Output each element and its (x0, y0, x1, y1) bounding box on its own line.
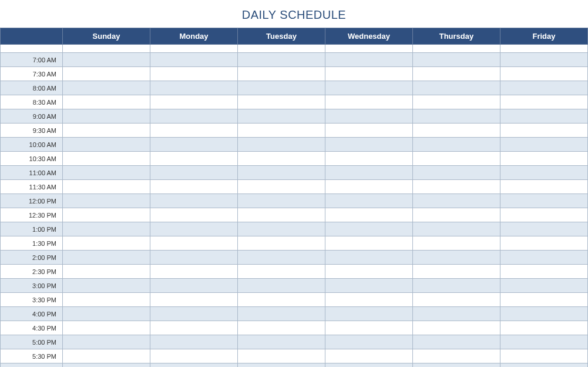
schedule-cell[interactable] (63, 138, 150, 152)
schedule-cell[interactable] (325, 349, 413, 363)
schedule-cell[interactable] (238, 349, 325, 363)
schedule-cell[interactable] (500, 349, 588, 363)
schedule-cell[interactable] (500, 95, 588, 109)
schedule-cell[interactable] (413, 95, 500, 109)
schedule-cell[interactable] (413, 265, 500, 279)
schedule-cell[interactable] (238, 307, 325, 321)
schedule-cell[interactable] (238, 166, 325, 180)
schedule-cell[interactable] (500, 363, 588, 368)
schedule-cell[interactable] (325, 251, 413, 265)
schedule-cell[interactable] (63, 335, 150, 349)
schedule-cell[interactable] (238, 81, 325, 95)
schedule-cell[interactable] (325, 81, 413, 95)
schedule-cell[interactable] (63, 67, 150, 81)
schedule-cell[interactable] (238, 109, 325, 124)
schedule-cell[interactable] (150, 95, 238, 109)
schedule-cell[interactable] (63, 251, 150, 265)
schedule-cell[interactable] (413, 321, 500, 335)
schedule-cell[interactable] (63, 321, 150, 335)
schedule-cell[interactable] (238, 363, 325, 368)
schedule-cell[interactable] (325, 109, 413, 124)
schedule-cell[interactable] (413, 152, 500, 166)
schedule-cell[interactable] (325, 236, 413, 251)
schedule-cell[interactable] (325, 335, 413, 349)
schedule-cell[interactable] (413, 67, 500, 81)
schedule-cell[interactable] (238, 265, 325, 279)
schedule-cell[interactable] (325, 138, 413, 152)
schedule-cell[interactable] (325, 95, 413, 109)
schedule-cell[interactable] (63, 166, 150, 180)
schedule-cell[interactable] (325, 152, 413, 166)
schedule-cell[interactable] (500, 321, 588, 335)
schedule-cell[interactable] (500, 194, 588, 208)
schedule-cell[interactable] (63, 53, 150, 67)
schedule-cell[interactable] (238, 180, 325, 194)
schedule-cell[interactable] (413, 363, 500, 368)
schedule-cell[interactable] (63, 279, 150, 293)
schedule-cell[interactable] (325, 124, 413, 138)
schedule-cell[interactable] (413, 180, 500, 194)
schedule-cell[interactable] (150, 124, 238, 138)
schedule-cell[interactable] (413, 208, 500, 222)
schedule-cell[interactable] (238, 236, 325, 251)
schedule-cell[interactable] (63, 265, 150, 279)
schedule-cell[interactable] (63, 222, 150, 236)
schedule-cell[interactable] (325, 180, 413, 194)
schedule-cell[interactable] (150, 53, 238, 67)
schedule-cell[interactable] (150, 180, 238, 194)
schedule-cell[interactable] (150, 138, 238, 152)
schedule-cell[interactable] (325, 321, 413, 335)
schedule-cell[interactable] (500, 124, 588, 138)
schedule-cell[interactable] (63, 363, 150, 368)
schedule-cell[interactable] (238, 208, 325, 222)
schedule-cell[interactable] (63, 194, 150, 208)
schedule-cell[interactable] (413, 109, 500, 124)
schedule-cell[interactable] (325, 166, 413, 180)
schedule-cell[interactable] (413, 293, 500, 307)
schedule-cell[interactable] (238, 194, 325, 208)
schedule-cell[interactable] (238, 279, 325, 293)
schedule-cell[interactable] (500, 307, 588, 321)
schedule-cell[interactable] (150, 307, 238, 321)
schedule-cell[interactable] (413, 81, 500, 95)
schedule-cell[interactable] (325, 279, 413, 293)
schedule-cell[interactable] (500, 251, 588, 265)
schedule-cell[interactable] (325, 293, 413, 307)
schedule-cell[interactable] (63, 208, 150, 222)
schedule-cell[interactable] (238, 124, 325, 138)
schedule-cell[interactable] (150, 265, 238, 279)
schedule-cell[interactable] (63, 81, 150, 95)
schedule-cell[interactable] (413, 349, 500, 363)
schedule-cell[interactable] (413, 335, 500, 349)
schedule-cell[interactable] (413, 138, 500, 152)
schedule-cell[interactable] (63, 109, 150, 124)
schedule-cell[interactable] (238, 138, 325, 152)
schedule-cell[interactable] (500, 279, 588, 293)
schedule-cell[interactable] (150, 279, 238, 293)
schedule-cell[interactable] (150, 67, 238, 81)
schedule-cell[interactable] (150, 152, 238, 166)
schedule-cell[interactable] (500, 109, 588, 124)
schedule-cell[interactable] (63, 236, 150, 251)
schedule-cell[interactable] (500, 67, 588, 81)
schedule-cell[interactable] (150, 321, 238, 335)
schedule-cell[interactable] (150, 335, 238, 349)
schedule-cell[interactable] (413, 251, 500, 265)
schedule-cell[interactable] (325, 208, 413, 222)
schedule-cell[interactable] (325, 222, 413, 236)
schedule-cell[interactable] (150, 251, 238, 265)
schedule-cell[interactable] (500, 293, 588, 307)
schedule-cell[interactable] (63, 349, 150, 363)
schedule-cell[interactable] (500, 53, 588, 67)
schedule-cell[interactable] (325, 53, 413, 67)
schedule-cell[interactable] (325, 363, 413, 368)
schedule-cell[interactable] (63, 95, 150, 109)
schedule-cell[interactable] (500, 180, 588, 194)
schedule-cell[interactable] (413, 279, 500, 293)
schedule-cell[interactable] (238, 53, 325, 67)
schedule-cell[interactable] (238, 95, 325, 109)
schedule-cell[interactable] (413, 53, 500, 67)
schedule-cell[interactable] (150, 109, 238, 124)
schedule-cell[interactable] (413, 236, 500, 251)
schedule-cell[interactable] (500, 152, 588, 166)
